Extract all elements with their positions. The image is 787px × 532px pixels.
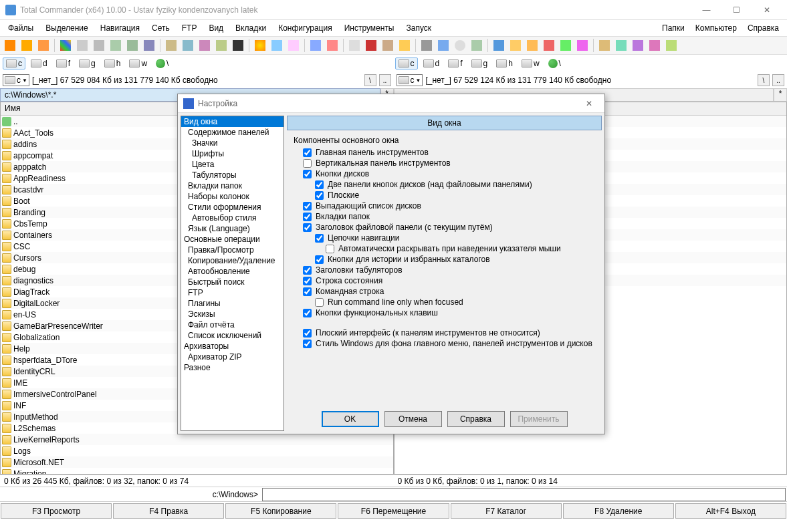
tool-icon[interactable] [181, 38, 195, 53]
tool-icon[interactable] [75, 38, 90, 53]
drive-combo-left[interactable]: c▼ [3, 74, 29, 86]
tree-node[interactable]: Плагины [181, 298, 284, 309]
menu-computer[interactable]: Компьютер [690, 21, 742, 35]
option-checkbox[interactable]: Кнопки дисков [303, 169, 595, 178]
tree-node[interactable]: Архиватор ZIP [181, 352, 284, 362]
drive-d[interactable]: d [420, 57, 443, 70]
favorites-right[interactable]: * [774, 88, 787, 102]
tool-icon[interactable] [597, 38, 612, 53]
option-checkbox[interactable]: Строка состояния [303, 276, 595, 285]
tool-icon[interactable] [58, 38, 73, 53]
option-checkbox[interactable]: Заголовок файловой панели (с текущим пут… [303, 223, 595, 232]
tool-icon[interactable] [525, 38, 540, 53]
tool-icon[interactable] [19, 38, 34, 53]
menu-net[interactable]: Сеть [146, 21, 175, 35]
tool-icon[interactable] [469, 38, 484, 53]
tool-icon[interactable] [308, 38, 323, 53]
settings-tree[interactable]: Вид окнаСодержимое панелейЗначкиШрифтыЦв… [181, 116, 284, 431]
f8-delete[interactable]: F8 Удаление [563, 503, 674, 519]
drive-w[interactable]: w [126, 57, 150, 70]
tree-node[interactable]: Значки [181, 138, 284, 148]
tool-icon[interactable] [108, 38, 123, 53]
menu-ftp[interactable]: FTP [177, 21, 203, 35]
f6-move[interactable]: F6 Перемещение [338, 503, 449, 519]
drive-combo-right[interactable]: c▼ [397, 74, 423, 86]
drive-g[interactable]: g [76, 57, 99, 70]
drive-net[interactable]: \ [545, 57, 564, 70]
menu-view[interactable]: Вид [203, 21, 229, 35]
drive-d[interactable]: d [27, 57, 51, 70]
option-checkbox[interactable]: Вертикальная панель инструментов [303, 158, 595, 168]
option-checkbox[interactable]: Цепочки навигации [315, 233, 595, 243]
menu-help[interactable]: Справка [742, 21, 784, 35]
root-button[interactable]: \ [364, 74, 376, 86]
drive-w[interactable]: w [518, 57, 543, 70]
tool-icon[interactable] [347, 38, 362, 53]
tool-icon[interactable] [325, 38, 340, 53]
option-checkbox[interactable]: Две панели кнопок дисков (над файловыми … [315, 180, 595, 189]
drive-net[interactable]: \ [152, 57, 172, 70]
option-checkbox[interactable]: Заголовки табуляторов [303, 265, 595, 275]
option-checkbox[interactable]: Run command line only when focused [315, 297, 595, 307]
f3-view[interactable]: F3 Просмотр [1, 503, 112, 519]
menu-folders[interactable]: Папки [657, 21, 690, 35]
tool-icon[interactable] [508, 38, 523, 53]
tool-icon[interactable] [664, 38, 679, 53]
tree-node[interactable]: Цвета [181, 159, 284, 170]
up-button[interactable]: .. [772, 74, 784, 86]
help-button[interactable]: Справка [447, 411, 505, 427]
cancel-button[interactable]: Отмена [384, 411, 442, 427]
option-checkbox[interactable]: Плоские [315, 190, 595, 200]
tool-icon[interactable] [269, 38, 284, 53]
drive-g[interactable]: g [468, 57, 491, 70]
tool-icon[interactable] [419, 38, 434, 53]
file-row[interactable]: Microsoft.NET [1, 456, 393, 468]
tree-node[interactable]: Стили оформления [181, 202, 284, 213]
tool-icon[interactable] [491, 38, 506, 53]
cmd-input[interactable] [262, 488, 786, 501]
tool-icon[interactable] [614, 38, 629, 53]
drive-c[interactable]: c [395, 57, 418, 70]
tool-icon[interactable] [542, 38, 556, 53]
tree-node[interactable]: Копирование/Удаление [181, 255, 284, 266]
minimize-button[interactable]: — [691, 1, 721, 19]
tool-icon[interactable] [3, 38, 17, 53]
tool-icon[interactable] [231, 38, 245, 53]
tool-icon[interactable] [397, 38, 412, 53]
tool-icon[interactable] [286, 38, 301, 53]
dialog-close-button[interactable]: ✕ [579, 99, 599, 108]
tree-node[interactable]: Наборы колонок [181, 191, 284, 202]
tree-node[interactable]: Автовыбор стиля [181, 213, 284, 223]
file-row[interactable]: Logs [1, 445, 393, 456]
tree-node[interactable]: Вид окна [181, 116, 284, 127]
menu-selection[interactable]: Выделение [40, 21, 94, 35]
tool-icon[interactable] [36, 38, 51, 53]
tool-icon[interactable] [92, 38, 106, 53]
drive-f[interactable]: f [445, 57, 465, 70]
file-row[interactable]: LiveKernelReports [1, 434, 393, 445]
tool-icon[interactable] [558, 38, 573, 53]
drive-c[interactable]: c [3, 57, 25, 70]
option-checkbox[interactable]: Стиль Windows для фона главного меню, па… [303, 339, 595, 348]
tool-icon[interactable] [453, 38, 467, 53]
menu-start[interactable]: Запуск [401, 21, 437, 35]
option-checkbox[interactable]: Главная панель инструментов [303, 148, 595, 157]
altf4-exit[interactable]: Alt+F4 Выход [675, 503, 786, 519]
option-checkbox[interactable]: Автоматически раскрывать при наведении у… [326, 244, 595, 253]
tool-icon[interactable] [436, 38, 451, 53]
option-checkbox[interactable]: Плоский интерфейс (к панелям инструменто… [303, 328, 595, 338]
menu-navigation[interactable]: Навигация [95, 21, 145, 35]
tree-node[interactable]: Основные операции [181, 234, 284, 245]
drive-h[interactable]: h [493, 57, 516, 70]
option-checkbox[interactable]: Кнопки функциональных клавиш [303, 308, 595, 317]
f4-edit[interactable]: F4 Правка [113, 503, 224, 519]
f5-copy[interactable]: F5 Копирование [225, 503, 336, 519]
option-checkbox[interactable]: Кнопки для истории и избранных каталогов [315, 255, 595, 264]
apply-button[interactable]: Применить [510, 411, 568, 427]
menu-tabs[interactable]: Вкладки [230, 21, 271, 35]
drive-h[interactable]: h [101, 57, 124, 70]
f7-mkdir[interactable]: F7 Каталог [451, 503, 562, 519]
option-checkbox[interactable]: Вкладки папок [303, 212, 595, 221]
root-button[interactable]: \ [758, 74, 770, 86]
tool-icon[interactable] [214, 38, 229, 53]
